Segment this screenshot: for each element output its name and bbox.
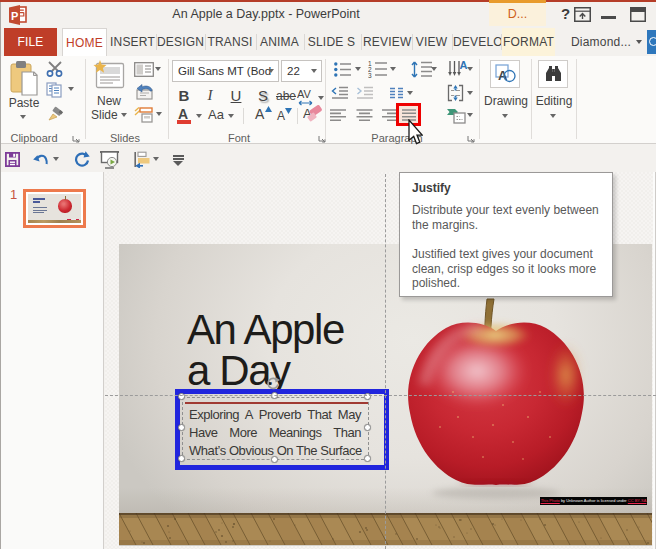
svg-text:P: P <box>11 10 18 22</box>
svg-text:AV: AV <box>297 88 312 100</box>
svg-text:3: 3 <box>368 72 372 78</box>
